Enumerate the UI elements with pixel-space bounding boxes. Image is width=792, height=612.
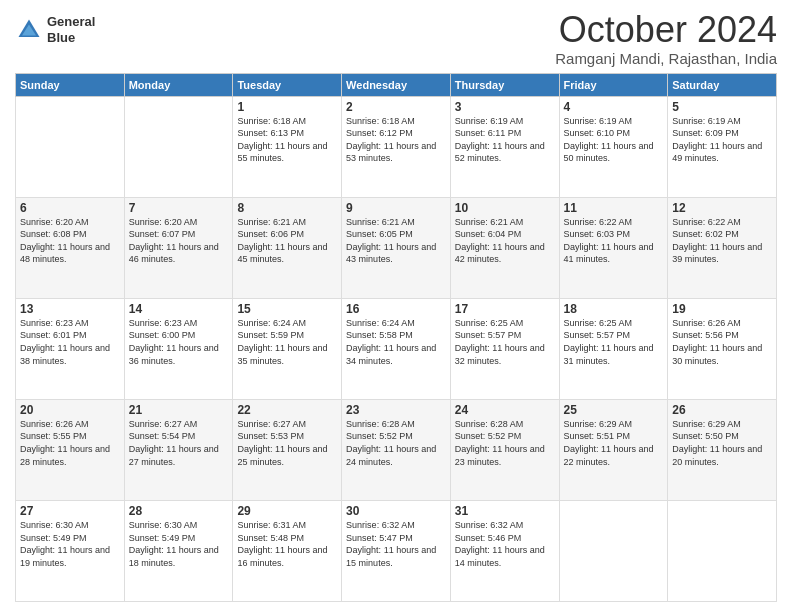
day-number: 29 <box>237 504 337 518</box>
logo-text: General Blue <box>47 14 95 45</box>
day-info: Sunrise: 6:24 AM Sunset: 5:58 PM Dayligh… <box>346 317 446 367</box>
day-number: 21 <box>129 403 229 417</box>
day-number: 11 <box>564 201 664 215</box>
day-info: Sunrise: 6:21 AM Sunset: 6:06 PM Dayligh… <box>237 216 337 266</box>
day-number: 14 <box>129 302 229 316</box>
calendar-day-header: Thursday <box>450 73 559 96</box>
day-info: Sunrise: 6:21 AM Sunset: 6:05 PM Dayligh… <box>346 216 446 266</box>
calendar-cell: 11Sunrise: 6:22 AM Sunset: 6:03 PM Dayli… <box>559 197 668 298</box>
day-number: 24 <box>455 403 555 417</box>
calendar-cell: 22Sunrise: 6:27 AM Sunset: 5:53 PM Dayli… <box>233 399 342 500</box>
calendar-cell: 10Sunrise: 6:21 AM Sunset: 6:04 PM Dayli… <box>450 197 559 298</box>
calendar-cell: 15Sunrise: 6:24 AM Sunset: 5:59 PM Dayli… <box>233 298 342 399</box>
calendar-cell: 30Sunrise: 6:32 AM Sunset: 5:47 PM Dayli… <box>342 500 451 601</box>
calendar-cell: 24Sunrise: 6:28 AM Sunset: 5:52 PM Dayli… <box>450 399 559 500</box>
calendar-cell: 31Sunrise: 6:32 AM Sunset: 5:46 PM Dayli… <box>450 500 559 601</box>
day-info: Sunrise: 6:19 AM Sunset: 6:11 PM Dayligh… <box>455 115 555 165</box>
month-title: October 2024 <box>555 10 777 50</box>
calendar-day-header: Friday <box>559 73 668 96</box>
calendar-cell: 1Sunrise: 6:18 AM Sunset: 6:13 PM Daylig… <box>233 96 342 197</box>
calendar-day-header: Wednesday <box>342 73 451 96</box>
calendar-table: SundayMondayTuesdayWednesdayThursdayFrid… <box>15 73 777 602</box>
day-info: Sunrise: 6:20 AM Sunset: 6:08 PM Dayligh… <box>20 216 120 266</box>
day-number: 12 <box>672 201 772 215</box>
logo-icon <box>15 16 43 44</box>
page: General Blue October 2024 Ramganj Mandi,… <box>0 0 792 612</box>
day-info: Sunrise: 6:30 AM Sunset: 5:49 PM Dayligh… <box>20 519 120 569</box>
calendar-cell: 26Sunrise: 6:29 AM Sunset: 5:50 PM Dayli… <box>668 399 777 500</box>
day-number: 30 <box>346 504 446 518</box>
day-info: Sunrise: 6:25 AM Sunset: 5:57 PM Dayligh… <box>564 317 664 367</box>
calendar-day-header: Sunday <box>16 73 125 96</box>
calendar-cell: 18Sunrise: 6:25 AM Sunset: 5:57 PM Dayli… <box>559 298 668 399</box>
day-info: Sunrise: 6:32 AM Sunset: 5:46 PM Dayligh… <box>455 519 555 569</box>
calendar-cell: 2Sunrise: 6:18 AM Sunset: 6:12 PM Daylig… <box>342 96 451 197</box>
calendar-cell: 6Sunrise: 6:20 AM Sunset: 6:08 PM Daylig… <box>16 197 125 298</box>
calendar-cell: 25Sunrise: 6:29 AM Sunset: 5:51 PM Dayli… <box>559 399 668 500</box>
calendar-cell: 27Sunrise: 6:30 AM Sunset: 5:49 PM Dayli… <box>16 500 125 601</box>
calendar-week-row: 1Sunrise: 6:18 AM Sunset: 6:13 PM Daylig… <box>16 96 777 197</box>
calendar-cell: 23Sunrise: 6:28 AM Sunset: 5:52 PM Dayli… <box>342 399 451 500</box>
day-info: Sunrise: 6:18 AM Sunset: 6:13 PM Dayligh… <box>237 115 337 165</box>
day-number: 15 <box>237 302 337 316</box>
day-number: 8 <box>237 201 337 215</box>
calendar-day-header: Tuesday <box>233 73 342 96</box>
day-number: 25 <box>564 403 664 417</box>
day-info: Sunrise: 6:19 AM Sunset: 6:09 PM Dayligh… <box>672 115 772 165</box>
day-number: 23 <box>346 403 446 417</box>
calendar-cell: 5Sunrise: 6:19 AM Sunset: 6:09 PM Daylig… <box>668 96 777 197</box>
calendar-day-header: Saturday <box>668 73 777 96</box>
calendar-cell: 8Sunrise: 6:21 AM Sunset: 6:06 PM Daylig… <box>233 197 342 298</box>
calendar-week-row: 20Sunrise: 6:26 AM Sunset: 5:55 PM Dayli… <box>16 399 777 500</box>
day-number: 4 <box>564 100 664 114</box>
day-number: 5 <box>672 100 772 114</box>
title-block: October 2024 Ramganj Mandi, Rajasthan, I… <box>555 10 777 67</box>
day-number: 31 <box>455 504 555 518</box>
calendar-cell: 4Sunrise: 6:19 AM Sunset: 6:10 PM Daylig… <box>559 96 668 197</box>
day-info: Sunrise: 6:22 AM Sunset: 6:02 PM Dayligh… <box>672 216 772 266</box>
day-number: 9 <box>346 201 446 215</box>
day-info: Sunrise: 6:24 AM Sunset: 5:59 PM Dayligh… <box>237 317 337 367</box>
calendar-cell: 14Sunrise: 6:23 AM Sunset: 6:00 PM Dayli… <box>124 298 233 399</box>
day-info: Sunrise: 6:20 AM Sunset: 6:07 PM Dayligh… <box>129 216 229 266</box>
day-info: Sunrise: 6:32 AM Sunset: 5:47 PM Dayligh… <box>346 519 446 569</box>
calendar-cell: 19Sunrise: 6:26 AM Sunset: 5:56 PM Dayli… <box>668 298 777 399</box>
calendar-cell: 13Sunrise: 6:23 AM Sunset: 6:01 PM Dayli… <box>16 298 125 399</box>
day-info: Sunrise: 6:19 AM Sunset: 6:10 PM Dayligh… <box>564 115 664 165</box>
day-number: 22 <box>237 403 337 417</box>
day-number: 3 <box>455 100 555 114</box>
calendar-cell: 20Sunrise: 6:26 AM Sunset: 5:55 PM Dayli… <box>16 399 125 500</box>
calendar-cell <box>559 500 668 601</box>
calendar-cell: 3Sunrise: 6:19 AM Sunset: 6:11 PM Daylig… <box>450 96 559 197</box>
calendar-cell <box>16 96 125 197</box>
logo: General Blue <box>15 14 95 45</box>
location: Ramganj Mandi, Rajasthan, India <box>555 50 777 67</box>
day-info: Sunrise: 6:29 AM Sunset: 5:51 PM Dayligh… <box>564 418 664 468</box>
day-number: 7 <box>129 201 229 215</box>
day-number: 1 <box>237 100 337 114</box>
calendar-cell: 12Sunrise: 6:22 AM Sunset: 6:02 PM Dayli… <box>668 197 777 298</box>
calendar-header-row: SundayMondayTuesdayWednesdayThursdayFrid… <box>16 73 777 96</box>
day-info: Sunrise: 6:26 AM Sunset: 5:56 PM Dayligh… <box>672 317 772 367</box>
day-info: Sunrise: 6:21 AM Sunset: 6:04 PM Dayligh… <box>455 216 555 266</box>
day-info: Sunrise: 6:22 AM Sunset: 6:03 PM Dayligh… <box>564 216 664 266</box>
day-info: Sunrise: 6:27 AM Sunset: 5:53 PM Dayligh… <box>237 418 337 468</box>
day-info: Sunrise: 6:23 AM Sunset: 6:00 PM Dayligh… <box>129 317 229 367</box>
day-number: 16 <box>346 302 446 316</box>
calendar-week-row: 6Sunrise: 6:20 AM Sunset: 6:08 PM Daylig… <box>16 197 777 298</box>
calendar-cell: 7Sunrise: 6:20 AM Sunset: 6:07 PM Daylig… <box>124 197 233 298</box>
calendar-cell: 17Sunrise: 6:25 AM Sunset: 5:57 PM Dayli… <box>450 298 559 399</box>
calendar-cell: 16Sunrise: 6:24 AM Sunset: 5:58 PM Dayli… <box>342 298 451 399</box>
calendar-cell: 28Sunrise: 6:30 AM Sunset: 5:49 PM Dayli… <box>124 500 233 601</box>
day-info: Sunrise: 6:23 AM Sunset: 6:01 PM Dayligh… <box>20 317 120 367</box>
header: General Blue October 2024 Ramganj Mandi,… <box>15 10 777 67</box>
day-number: 18 <box>564 302 664 316</box>
logo-line1: General <box>47 14 95 30</box>
calendar-week-row: 13Sunrise: 6:23 AM Sunset: 6:01 PM Dayli… <box>16 298 777 399</box>
calendar-cell: 21Sunrise: 6:27 AM Sunset: 5:54 PM Dayli… <box>124 399 233 500</box>
day-info: Sunrise: 6:27 AM Sunset: 5:54 PM Dayligh… <box>129 418 229 468</box>
day-info: Sunrise: 6:30 AM Sunset: 5:49 PM Dayligh… <box>129 519 229 569</box>
day-info: Sunrise: 6:26 AM Sunset: 5:55 PM Dayligh… <box>20 418 120 468</box>
day-number: 17 <box>455 302 555 316</box>
day-info: Sunrise: 6:28 AM Sunset: 5:52 PM Dayligh… <box>455 418 555 468</box>
